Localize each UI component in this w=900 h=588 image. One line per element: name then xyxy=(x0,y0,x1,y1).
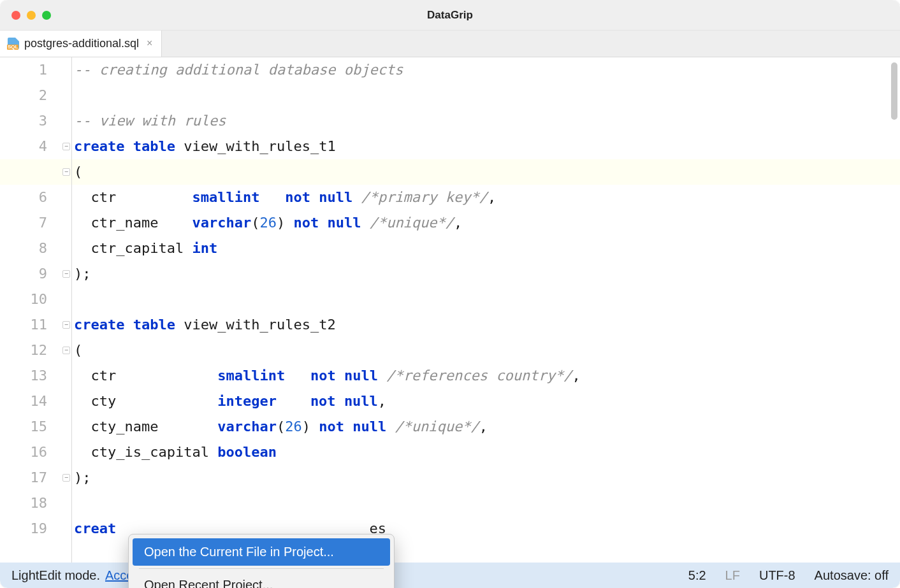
code-line[interactable] xyxy=(74,83,900,108)
code-line[interactable] xyxy=(74,287,900,312)
line-number: 2 xyxy=(0,83,47,108)
fold-toggle-icon[interactable] xyxy=(62,321,70,329)
code-line[interactable]: ctr_capital int xyxy=(74,236,900,261)
editor: 12345678910111213141516171819 -- creatin… xyxy=(0,57,900,563)
titlebar: DataGrip xyxy=(0,0,900,31)
line-number: 12 xyxy=(0,338,47,363)
line-number: 3 xyxy=(0,108,47,134)
line-number: 6 xyxy=(0,185,47,210)
line-number: 14 xyxy=(0,389,47,414)
line-number: 4 xyxy=(0,134,47,159)
code-line[interactable]: ( xyxy=(74,159,900,185)
code-line[interactable] xyxy=(74,491,900,516)
code-line[interactable]: -- creating additional database objects xyxy=(74,57,900,83)
code-area[interactable]: -- creating additional database objects-… xyxy=(72,57,900,563)
line-number: 9 xyxy=(0,261,47,287)
window-controls xyxy=(11,11,51,20)
line-number: 18 xyxy=(0,491,47,516)
code-line[interactable]: create table view_with_rules_t2 xyxy=(74,312,900,338)
context-menu: Open the Current File in Project... Open… xyxy=(128,534,395,588)
code-line[interactable]: ctr smallint not null /*primary key*/, xyxy=(74,185,900,210)
fold-toggle-icon[interactable] xyxy=(62,168,70,176)
code-line[interactable]: ctr smallint not null /*references count… xyxy=(74,363,900,389)
editor-tab-label: postgres-additional.sql xyxy=(24,37,139,50)
app-title: DataGrip xyxy=(0,9,900,22)
line-number: 19 xyxy=(0,516,47,541)
code-line[interactable]: ( xyxy=(74,338,900,363)
close-tab-icon[interactable]: × xyxy=(147,38,152,49)
lightedit-mode-label: LightEdit mode. xyxy=(11,568,100,583)
editor-tab[interactable]: postgres-additional.sql × xyxy=(0,30,162,57)
line-number: 17 xyxy=(0,465,47,491)
line-number: 7 xyxy=(0,210,47,236)
code-line[interactable]: create table view_with_rules_t1 xyxy=(74,134,900,159)
tab-bar: postgres-additional.sql × xyxy=(0,31,900,57)
fold-toggle-icon[interactable] xyxy=(62,474,70,482)
file-encoding[interactable]: UTF-8 xyxy=(759,568,795,583)
line-number: 10 xyxy=(0,287,47,312)
menu-item-open-in-project[interactable]: Open the Current File in Project... xyxy=(133,538,390,566)
code-line[interactable]: cty integer not null, xyxy=(74,389,900,414)
fold-toggle-icon[interactable] xyxy=(62,270,70,278)
code-line[interactable]: ); xyxy=(74,261,900,287)
code-line[interactable]: ctr_name varchar(26) not null /*unique*/… xyxy=(74,210,900,236)
line-number: 8 xyxy=(0,236,47,261)
fold-toggle-icon[interactable] xyxy=(62,143,70,150)
code-line[interactable]: cty_name varchar(26) not null /*unique*/… xyxy=(74,414,900,440)
minimize-window-button[interactable] xyxy=(27,11,36,20)
line-number: 11 xyxy=(0,312,47,338)
code-line[interactable]: -- view with rules xyxy=(74,108,900,134)
caret-position[interactable]: 5:2 xyxy=(688,568,706,583)
zoom-window-button[interactable] xyxy=(42,11,51,20)
code-line[interactable]: cty_is_capital boolean xyxy=(74,440,900,465)
code-line[interactable]: ); xyxy=(74,465,900,491)
menu-separator xyxy=(139,568,384,569)
close-window-button[interactable] xyxy=(11,11,20,20)
fold-toggle-icon[interactable] xyxy=(62,347,70,354)
line-number: 16 xyxy=(0,440,47,465)
line-number: 13 xyxy=(0,363,47,389)
line-number: 1 xyxy=(0,57,47,83)
line-number: 15 xyxy=(0,414,47,440)
sql-file-icon xyxy=(8,38,19,49)
autosave-status[interactable]: Autosave: off xyxy=(815,568,889,583)
gutter[interactable]: 12345678910111213141516171819 xyxy=(0,57,72,563)
menu-item-open-recent-project[interactable]: Open Recent Project... xyxy=(133,571,390,588)
line-separator[interactable]: LF xyxy=(725,568,740,583)
